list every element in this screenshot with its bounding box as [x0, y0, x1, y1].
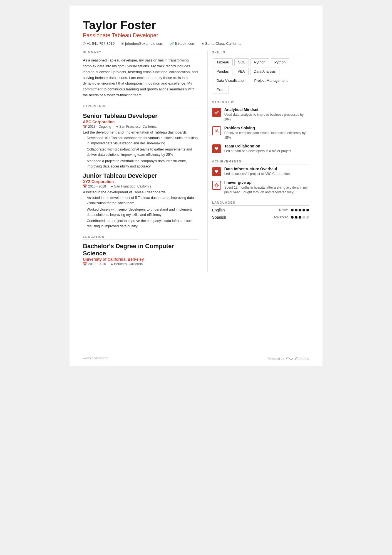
education-label: EDUCATION [83, 235, 199, 240]
strength-3-title: Team Collaboration [224, 144, 291, 148]
job-1-title: Senior Tableau Developer [83, 112, 199, 120]
pin-icon: ● [116, 125, 118, 129]
diamond-icon [214, 183, 219, 188]
job-1: Senior Tableau Developer ABC Corporation… [83, 112, 199, 169]
language-1-name: English [212, 208, 234, 212]
achievement-1-desc: Led a successful project at ABC Corporat… [224, 172, 290, 176]
job-2-lead: Assisted in the development of Tableau d… [83, 190, 199, 194]
job-1-bullets: Developed 10+ Tableau dashboards for var… [83, 135, 199, 169]
strength-1: Analytical Mindset Used data analysis to… [212, 107, 309, 122]
achievements-section: ACHIEVEMENTS Data Infrastructure Overhau… [212, 160, 309, 194]
heart-icon [214, 147, 219, 151]
calendar-icon: 📅 [83, 262, 87, 266]
pin-icon: ● [111, 184, 113, 188]
achievement-1-icon-wrap [212, 167, 221, 176]
job-2-period: 📅 2016 - 2018 [83, 184, 106, 188]
candidate-name: Taylor Foster [83, 19, 309, 32]
education-section: EDUCATION Bachelor's Degree in Computer … [83, 235, 199, 266]
location-value: Santa Clara, California [205, 41, 241, 46]
job-1-meta: 📅 2018 - Ongoing ● San Francisco, Califo… [83, 125, 199, 129]
dot [291, 209, 294, 211]
bullet-item: Managed a project to overhaul the compan… [83, 159, 199, 169]
language-1-level-label: Native [279, 208, 289, 212]
skill-tag: Pandas [213, 68, 232, 75]
job-2-company: XYZ Corporation [83, 179, 199, 184]
job-2: Junior Tableau Developer XYZ Corporation… [83, 172, 199, 229]
job-1-company: ABC Corporation [83, 120, 199, 124]
heart-filled-icon [214, 169, 219, 174]
dot [299, 209, 301, 211]
achievement-2: I never give up Spent 12 months in hospi… [212, 180, 309, 195]
footer-website: www.enhancv.com [83, 356, 108, 361]
achievement-2-title: I never give up [224, 180, 309, 185]
skill-tag: Tableau [213, 58, 233, 66]
language-2: Spanish Advanced [212, 215, 309, 219]
job-2-bullets: Assisted in the development of 5 Tableau… [83, 195, 199, 229]
job-1-location: ● San Francisco, California [116, 125, 157, 129]
job-1-lead: Led the development and implementation o… [83, 130, 199, 134]
brand-name: Enhancv [295, 357, 309, 361]
job-2-location: ● San Francisco, California [111, 184, 151, 188]
location-contact: ● Santa Clara, California [202, 41, 241, 46]
bullet-item: Worked closely with senior developers to… [83, 207, 199, 218]
dot [306, 216, 309, 219]
achievement-1-content: Data Infrastructure Overhaul Led a succe… [224, 167, 290, 176]
edu-meta: 📅 2010 - 2016 ● Berkeley, California [83, 262, 199, 266]
achievements-label: ACHIEVEMENTS [212, 160, 309, 164]
bullet-item: Contributed to a project to improve the … [83, 218, 199, 229]
strength-3-content: Team Collaboration Led a team of 5 devel… [224, 144, 291, 154]
strength-2-content: Problem Solving Resolved complex data is… [224, 126, 309, 140]
phone-icon: ✆ [83, 42, 86, 46]
edu-item-1: Bachelor's Degree in Computer Science Un… [83, 243, 199, 266]
calendar-icon: 📅 [83, 184, 87, 188]
two-col-layout: SUMMARY As a seasoned Tableau developer,… [83, 51, 309, 272]
header: Taylor Foster Passionate Tableau Develop… [83, 19, 309, 46]
skill-tag: Excel [213, 86, 229, 93]
phone-value: +1-541-754-3010 [87, 41, 115, 46]
strength-2-desc: Resolved complex data issues, increasing… [224, 131, 309, 140]
language-1: English Native [212, 208, 309, 212]
strength-3-desc: Led a team of 5 developers in a major pr… [224, 149, 291, 154]
strength-2-icon-wrap [212, 126, 221, 135]
linkedin-contact: 🔗 linkedin.com [170, 41, 195, 46]
dot [306, 209, 309, 211]
dot [302, 209, 305, 211]
skill-tag: SQL [234, 58, 249, 66]
strength-1-desc: Used data analysis to improve business p… [224, 112, 309, 122]
edu-degree: Bachelor's Degree in Computer Science [83, 243, 199, 257]
skills-label: SKILLS [212, 51, 309, 55]
check-icon [214, 110, 219, 115]
pin-icon: ● [111, 262, 113, 266]
skill-tag: Data Analysis [250, 68, 279, 75]
location-icon: ● [202, 42, 204, 46]
language-2-level: Advanced [274, 215, 309, 219]
footer: www.enhancv.com Powered by Enhancv [83, 356, 309, 361]
achievement-1-title: Data Infrastructure Overhaul [224, 167, 290, 171]
email-value: johndoe@example.com [125, 41, 163, 46]
achievement-2-desc: Spent 12 months in hospital after a skii… [224, 185, 309, 195]
dot [302, 216, 305, 219]
language-1-level: Native [279, 208, 309, 212]
strength-3-icon-wrap [212, 144, 221, 153]
language-2-level-label: Advanced [274, 215, 289, 219]
svg-marker-2 [215, 184, 218, 186]
svg-marker-1 [215, 183, 219, 187]
dot [291, 216, 294, 219]
language-1-dots [291, 209, 309, 211]
strength-1-content: Analytical Mindset Used data analysis to… [224, 107, 309, 122]
contact-bar: ✆ +1-541-754-3010 ✉ johndoe@example.com … [83, 41, 309, 46]
bullet-item: Assisted in the development of 5 Tableau… [83, 195, 199, 206]
dot [295, 209, 297, 211]
bullet-item: Developed 10+ Tableau dashboards for var… [83, 135, 199, 146]
strength-2: Problem Solving Resolved complex data is… [212, 126, 309, 140]
edu-location: ● Berkeley, California [111, 262, 143, 266]
achievement-1: Data Infrastructure Overhaul Led a succe… [212, 167, 309, 176]
strength-1-title: Analytical Mindset [224, 107, 309, 112]
summary-label: SUMMARY [83, 51, 199, 55]
email-contact: ✉ johndoe@example.com [121, 41, 163, 46]
dot [299, 216, 301, 219]
email-icon: ✉ [121, 42, 124, 46]
powered-by-label: Powered by [268, 357, 284, 360]
phone-contact: ✆ +1-541-754-3010 [83, 41, 115, 46]
enhancv-logo-icon [286, 356, 293, 361]
